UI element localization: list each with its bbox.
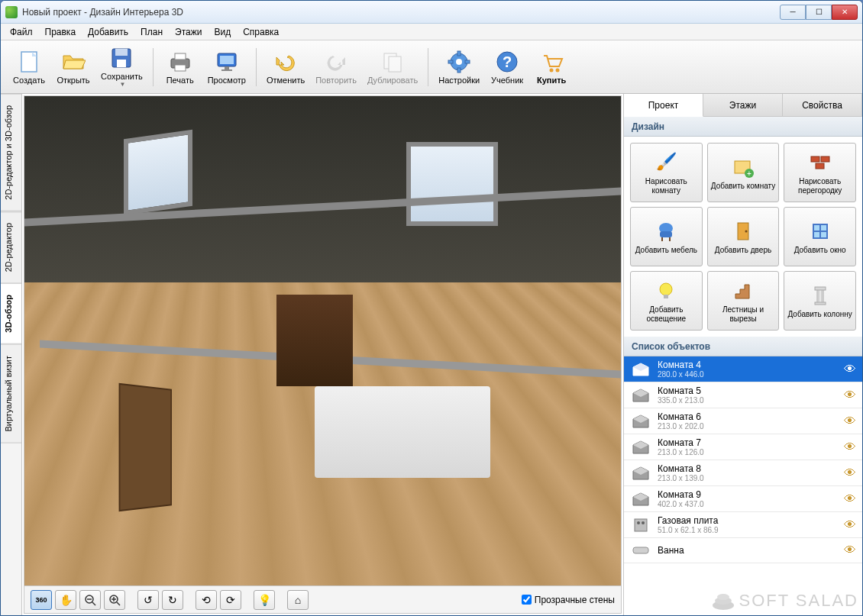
objects-section-header: Список объектов bbox=[624, 337, 862, 356]
vtab-3d-view[interactable]: 3D-обзор bbox=[1, 283, 21, 344]
object-list-item[interactable]: Газовая плита 51.0 x 62.1 x 86.9 👁 bbox=[624, 512, 862, 538]
settings-button[interactable]: Настройки bbox=[433, 44, 485, 90]
draw-partition-button[interactable]: Нарисовать перегородку bbox=[784, 143, 856, 202]
object-name: Комната 6 bbox=[658, 411, 844, 422]
transparent-walls-input[interactable] bbox=[522, 595, 532, 605]
menu-file[interactable]: Файл bbox=[4, 25, 39, 39]
object-list: Комната 4 280.0 x 446.0 👁 Комната 5 335.… bbox=[624, 356, 862, 615]
transparent-walls-label: Прозрачные стены bbox=[535, 595, 615, 605]
visibility-eye-icon[interactable]: 👁 bbox=[844, 492, 856, 506]
tab-properties[interactable]: Свойства bbox=[783, 94, 862, 116]
minimize-button[interactable]: ─ bbox=[780, 5, 806, 20]
visibility-eye-icon[interactable]: 👁 bbox=[844, 543, 856, 557]
add-window-button[interactable]: Добавить окно bbox=[784, 207, 856, 266]
vp-zoom-out-button[interactable] bbox=[79, 590, 101, 610]
vp-light-button[interactable]: 💡 bbox=[254, 590, 275, 610]
tutorial-button[interactable]: ? Учебник bbox=[485, 44, 529, 90]
vp-tilt-left-button[interactable]: ⟲ bbox=[196, 590, 217, 610]
save-dropdown-icon[interactable]: ▼ bbox=[119, 81, 125, 88]
menu-edit[interactable]: Правка bbox=[39, 25, 82, 39]
svg-rect-55 bbox=[633, 547, 648, 553]
label: Добавить комнату bbox=[711, 182, 775, 191]
svg-rect-10 bbox=[221, 69, 232, 71]
door-icon bbox=[731, 219, 755, 243]
vp-tilt-right-button[interactable]: ⟳ bbox=[220, 590, 241, 610]
menu-plan[interactable]: План bbox=[134, 25, 169, 39]
svg-rect-46 bbox=[664, 295, 668, 298]
tab-floors[interactable]: Этажи bbox=[703, 94, 783, 116]
design-section-header: Дизайн bbox=[624, 117, 862, 137]
menu-view[interactable]: Вид bbox=[208, 25, 237, 39]
visibility-eye-icon[interactable]: 👁 bbox=[844, 414, 856, 428]
object-name: Комната 5 bbox=[658, 385, 844, 396]
visibility-eye-icon[interactable]: 👁 bbox=[844, 518, 856, 532]
redo-button[interactable]: Повторить bbox=[310, 44, 362, 90]
add-room-button[interactable]: +Добавить комнату bbox=[707, 143, 780, 202]
duplicate-button[interactable]: Дублировать bbox=[362, 44, 423, 90]
vp-pan-button[interactable]: ✋ bbox=[55, 590, 76, 610]
open-button[interactable]: Открыть bbox=[51, 44, 95, 90]
undo-button[interactable]: Отменить bbox=[261, 44, 310, 90]
maximize-button[interactable]: ☐ bbox=[806, 5, 832, 20]
object-list-item[interactable]: Ванна 👁 bbox=[624, 538, 862, 563]
visibility-eye-icon[interactable]: 👁 bbox=[844, 389, 856, 402]
print-button[interactable]: Печать bbox=[158, 44, 202, 90]
transparent-walls-checkbox[interactable]: Прозрачные стены bbox=[522, 595, 615, 605]
vtab-virtual-visit[interactable]: Виртуальный визит bbox=[1, 344, 21, 443]
toolbar-separator bbox=[256, 48, 257, 86]
preview-button[interactable]: Просмотр bbox=[202, 44, 251, 90]
object-list-scroll[interactable]: Комната 4 280.0 x 446.0 👁 Комната 5 335.… bbox=[624, 356, 862, 615]
object-text: Комната 9 402.0 x 437.0 bbox=[658, 489, 844, 508]
svg-rect-9 bbox=[225, 66, 229, 69]
draw-room-button[interactable]: 🖌️Нарисовать комнату bbox=[630, 143, 703, 202]
object-list-item[interactable]: Комната 5 335.0 x 213.0 👁 bbox=[624, 382, 862, 408]
vp-360-button[interactable]: 360 bbox=[31, 590, 52, 610]
object-name: Комната 7 bbox=[658, 437, 844, 448]
vp-home-button[interactable]: ⌂ bbox=[287, 590, 309, 610]
3d-viewport[interactable] bbox=[24, 96, 621, 585]
add-door-button[interactable]: Добавить дверь bbox=[707, 207, 780, 266]
buy-button[interactable]: Купить bbox=[529, 44, 574, 90]
vtab-2d-editor[interactable]: 2D-редактор bbox=[1, 211, 21, 283]
svg-point-14 bbox=[456, 59, 462, 65]
toolbar-separator bbox=[153, 48, 154, 86]
vp-rotate-cw-button[interactable]: ↻ bbox=[162, 590, 183, 610]
visibility-eye-icon[interactable]: 👁 bbox=[844, 440, 856, 454]
redo-icon bbox=[324, 50, 348, 74]
svg-text:?: ? bbox=[503, 53, 512, 70]
add-furniture-button[interactable]: Добавить мебель bbox=[630, 207, 703, 266]
visibility-eye-icon[interactable]: 👁 bbox=[844, 363, 856, 376]
vp-window bbox=[124, 130, 192, 216]
label: Добавить освещение bbox=[632, 305, 700, 324]
vtab-combined[interactable]: 2D-редактор и 3D-обзор bbox=[1, 94, 21, 211]
vp-rotate-ccw-button[interactable]: ↺ bbox=[137, 590, 159, 610]
menu-add[interactable]: Добавить bbox=[82, 25, 134, 39]
add-column-button[interactable]: Добавить колонну bbox=[784, 271, 856, 331]
settings-label: Настройки bbox=[438, 76, 480, 85]
visibility-eye-icon[interactable]: 👁 bbox=[844, 466, 856, 480]
object-list-item[interactable]: Комната 6 213.0 x 202.0 👁 bbox=[624, 408, 862, 434]
menu-help[interactable]: Справка bbox=[237, 25, 285, 39]
create-button[interactable]: Создать bbox=[7, 44, 51, 90]
add-lighting-button[interactable]: Добавить освещение bbox=[630, 271, 703, 331]
tutorial-label: Учебник bbox=[491, 76, 523, 85]
stairs-button[interactable]: Лестницы и вырезы bbox=[707, 271, 780, 331]
save-button[interactable]: Сохранить▼ bbox=[95, 44, 148, 90]
undo-icon bbox=[273, 50, 298, 74]
object-text: Комната 6 213.0 x 202.0 bbox=[658, 411, 844, 431]
tab-project[interactable]: Проект bbox=[624, 94, 703, 117]
menu-floors[interactable]: Этажи bbox=[169, 25, 208, 39]
vp-zoom-in-button[interactable] bbox=[104, 590, 125, 610]
object-list-item[interactable]: Комната 4 280.0 x 446.0 👁 bbox=[624, 356, 862, 382]
object-list-item[interactable]: Комната 9 402.0 x 437.0 👁 bbox=[624, 486, 862, 512]
object-list-item[interactable]: Комната 8 213.0 x 139.0 👁 bbox=[624, 460, 862, 486]
svg-line-24 bbox=[92, 602, 95, 605]
close-button[interactable]: ✕ bbox=[832, 5, 858, 20]
titlebar: Новый проект - Дизайн Интерьера 3D ─ ☐ ✕ bbox=[1, 1, 862, 24]
object-name: Комната 9 bbox=[658, 489, 844, 500]
object-list-item[interactable]: Комната 7 213.0 x 126.0 👁 bbox=[624, 434, 862, 460]
monitor-icon bbox=[215, 50, 239, 74]
svg-rect-33 bbox=[811, 156, 819, 162]
object-dimensions: 335.0 x 213.0 bbox=[658, 396, 844, 405]
chair-icon bbox=[654, 219, 678, 243]
